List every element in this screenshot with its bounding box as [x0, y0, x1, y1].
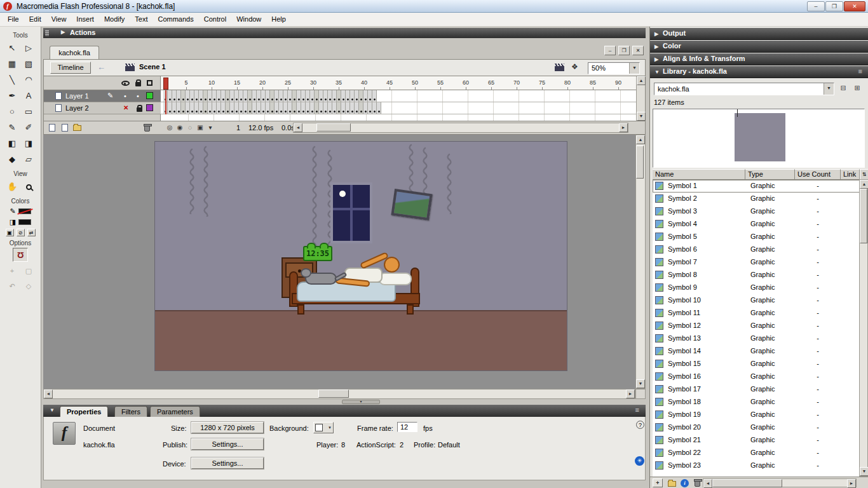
stroke-color-swatch[interactable] [18, 208, 31, 214]
library-item[interactable]: Symbol 15Graphic- [653, 358, 860, 370]
doc-minimize-button[interactable]: – [604, 46, 616, 55]
stage-vertical-scrollbar[interactable] [635, 135, 646, 389]
keyframe-cell[interactable] [266, 102, 270, 114]
show-hide-all-layers-icon[interactable] [121, 81, 130, 86]
modify-onion-markers-button[interactable]: ▾ [205, 124, 215, 131]
keyframe-cell[interactable] [292, 90, 297, 102]
keyframe-cell[interactable] [270, 90, 275, 102]
line-tool[interactable]: ╲ [4, 72, 20, 88]
menu-text[interactable]: Text [130, 13, 153, 26]
subselection-tool[interactable]: ▷ [20, 40, 37, 56]
library-item[interactable]: Symbol 13Graphic- [653, 332, 860, 345]
edit-symbols-button[interactable]: ❖ [571, 62, 578, 71]
library-item[interactable]: Symbol 8Graphic- [653, 269, 860, 281]
keyframe-cell[interactable] [168, 102, 172, 114]
menu-commands[interactable]: Commands [153, 13, 198, 26]
column-header-link[interactable]: Link [841, 169, 860, 180]
keyframe-cell[interactable] [315, 102, 319, 114]
stage-horizontal-scrollbar[interactable] [43, 389, 635, 399]
paint-bucket-tool[interactable]: ◨ [20, 135, 37, 151]
keyframe-cell[interactable] [203, 102, 208, 114]
keyframe-cell[interactable] [355, 90, 359, 102]
keyframe-cell[interactable] [208, 102, 212, 114]
library-item[interactable]: Symbol 23Graphic- [653, 459, 860, 472]
timeline-ruler[interactable]: 51015202530354045505560657075808590 [161, 76, 636, 90]
panel-output-header[interactable]: ▶ Output [650, 28, 868, 40]
panel-menu-icon[interactable] [635, 406, 639, 414]
library-item[interactable]: Symbol 10Graphic- [653, 294, 860, 307]
keyframe-cell[interactable] [221, 102, 226, 114]
keyframe-cell[interactable] [243, 102, 248, 114]
keyframe-cell[interactable] [234, 102, 239, 114]
keyframe-cell[interactable] [283, 102, 288, 114]
keyframe-cell[interactable] [337, 102, 341, 114]
keyframe-cell[interactable] [221, 90, 226, 102]
keyframe-cell[interactable] [266, 90, 270, 102]
keyframe-cell[interactable] [212, 90, 217, 102]
keyframe-cell[interactable] [355, 102, 359, 114]
keyframe-cell[interactable] [172, 102, 177, 114]
library-item[interactable]: Symbol 14Graphic- [653, 345, 860, 358]
playhead[interactable] [163, 78, 168, 90]
layer1-outline-color[interactable] [146, 92, 153, 99]
panel-align-info-transform-header[interactable]: ▶ Align & Info & Transform [650, 53, 868, 65]
symbol-properties-button[interactable] [681, 479, 689, 487]
layer2-name[interactable]: Layer 2 [65, 104, 89, 112]
back-arrow-icon[interactable] [97, 62, 105, 72]
frame-rate-input[interactable]: 12 [397, 422, 417, 432]
fill-color-swatch[interactable] [18, 219, 31, 225]
document-name[interactable]: kachok.fla [83, 441, 115, 449]
scrollbar-thumb[interactable] [860, 189, 867, 243]
chevron-down-icon[interactable] [824, 83, 834, 95]
scroll-up-arrow[interactable] [637, 76, 646, 85]
tool-option-icon[interactable]: ▢ [20, 263, 37, 278]
library-item[interactable]: Symbol 18Graphic- [653, 396, 860, 409]
document-tab[interactable]: kachok.fla [50, 46, 99, 60]
lock-all-layers-icon[interactable] [135, 82, 141, 86]
menu-view[interactable]: View [46, 13, 72, 26]
keyframe-cell[interactable] [279, 102, 283, 114]
library-item[interactable]: Symbol 9Graphic- [653, 281, 860, 294]
keyframe-cell[interactable] [217, 90, 221, 102]
keyframe-cell[interactable] [319, 90, 323, 102]
keyframe-cell[interactable] [199, 90, 203, 102]
keyframe-cell[interactable] [230, 102, 234, 114]
scroll-down-arrow[interactable] [637, 112, 646, 121]
scrollbar-thumb[interactable] [318, 390, 349, 398]
tool-option-icon[interactable]: ↶ [4, 278, 20, 294]
keyframe-cell[interactable] [350, 90, 355, 102]
keyframe-cell[interactable] [328, 90, 332, 102]
library-item[interactable]: Symbol 22Graphic- [653, 447, 860, 459]
keyframe-cell[interactable] [186, 102, 190, 114]
help-icon[interactable]: ? [636, 421, 644, 429]
keyframe-cell[interactable] [212, 102, 217, 114]
text-tool[interactable]: A [20, 88, 37, 104]
eraser-tool[interactable]: ▱ [20, 151, 37, 167]
background-color-button[interactable] [313, 422, 334, 433]
keyframe-cell[interactable] [181, 90, 186, 102]
keyframe-cell[interactable] [301, 102, 306, 114]
restore-button[interactable]: ❐ [825, 1, 843, 11]
layer1-name[interactable]: Layer 1 [65, 92, 89, 100]
collapse-handle[interactable] [342, 400, 380, 404]
keyframe-cell[interactable] [230, 90, 234, 102]
edit-scene-button[interactable] [555, 64, 564, 71]
scrollbar-thumb[interactable] [712, 479, 782, 487]
scrollbar-thumb[interactable] [636, 146, 644, 179]
lasso-tool[interactable]: ◠ [20, 72, 37, 88]
timeline-vertical-scrollbar[interactable] [636, 76, 645, 121]
keyframe-cell[interactable] [199, 102, 203, 114]
keyframe-cell[interactable] [310, 102, 315, 114]
library-item[interactable]: Symbol 5Graphic- [653, 231, 860, 243]
keyframe-cell[interactable] [332, 90, 337, 102]
frame-rate-indicator[interactable]: 12.0 fps [248, 124, 273, 132]
keyframe-cell[interactable] [350, 102, 355, 114]
onion-skin-button[interactable]: ◉ [175, 124, 185, 131]
keyframe-cell[interactable] [168, 90, 172, 102]
keyframe-cell[interactable] [341, 102, 346, 114]
menu-control[interactable]: Control [199, 13, 231, 26]
selection-tool[interactable]: ↖ [4, 40, 20, 56]
keyframe-cell[interactable] [363, 90, 368, 102]
gradient-transform-tool[interactable]: ▧ [20, 56, 37, 72]
keyframe-cell[interactable] [310, 90, 315, 102]
